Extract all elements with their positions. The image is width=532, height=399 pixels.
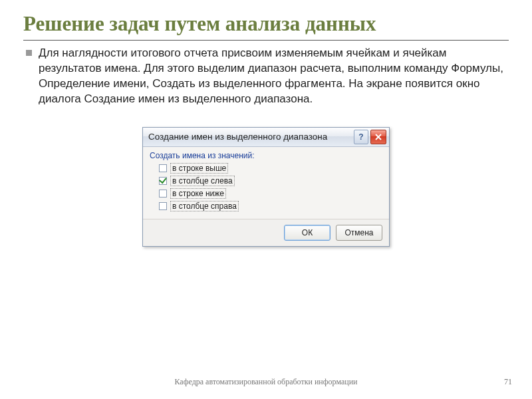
checkbox[interactable]	[159, 164, 167, 172]
cancel-button[interactable]: Отмена	[336, 225, 382, 241]
checkbox[interactable]	[159, 202, 167, 210]
option-label: в строке ниже	[170, 188, 226, 199]
help-button[interactable]: ?	[354, 130, 368, 144]
slide-footer: Кафедра автоматизированной обработки инф…	[0, 377, 532, 387]
options-group: в строке выше в столбце слева в строке н…	[159, 163, 382, 211]
help-icon: ?	[358, 132, 363, 142]
dialog-title: Создание имен из выделенного диапазона	[148, 132, 354, 142]
ok-button[interactable]: ОК	[284, 225, 331, 241]
create-names-dialog: Создание имен из выделенного диапазона ?…	[142, 127, 390, 247]
option-label: в столбце слева	[170, 176, 235, 186]
option-row-below[interactable]: в строке ниже	[159, 188, 382, 199]
close-icon	[375, 134, 382, 140]
dialog-titlebar[interactable]: Создание имен из выделенного диапазона ?	[143, 128, 389, 147]
option-col-right[interactable]: в столбце справа	[159, 201, 382, 211]
close-button[interactable]	[370, 130, 386, 144]
body-text: Для наглядности итогового отчета присвои…	[39, 46, 509, 107]
group-label: Создать имена из значений:	[150, 151, 382, 160]
body-row: Для наглядности итогового отчета присвои…	[23, 46, 509, 107]
dialog-footer: ОК Отмена	[143, 219, 389, 246]
slide: Решение задач путем анализа данных Для н…	[0, 0, 532, 399]
page-number: 71	[504, 377, 512, 387]
checkbox[interactable]	[159, 177, 167, 185]
button-label: ОК	[302, 228, 313, 237]
dialog-body: Создать имена из значений: в строке выше…	[143, 147, 389, 219]
option-col-left[interactable]: в столбце слева	[159, 176, 382, 186]
option-label: в строке выше	[170, 163, 228, 174]
checkbox[interactable]	[159, 190, 167, 198]
option-label: в столбце справа	[170, 201, 239, 211]
option-row-above[interactable]: в строке выше	[159, 163, 382, 174]
bullet-icon	[26, 50, 32, 56]
page-title: Решение задач путем анализа данных	[23, 12, 509, 41]
button-label: Отмена	[344, 228, 373, 237]
